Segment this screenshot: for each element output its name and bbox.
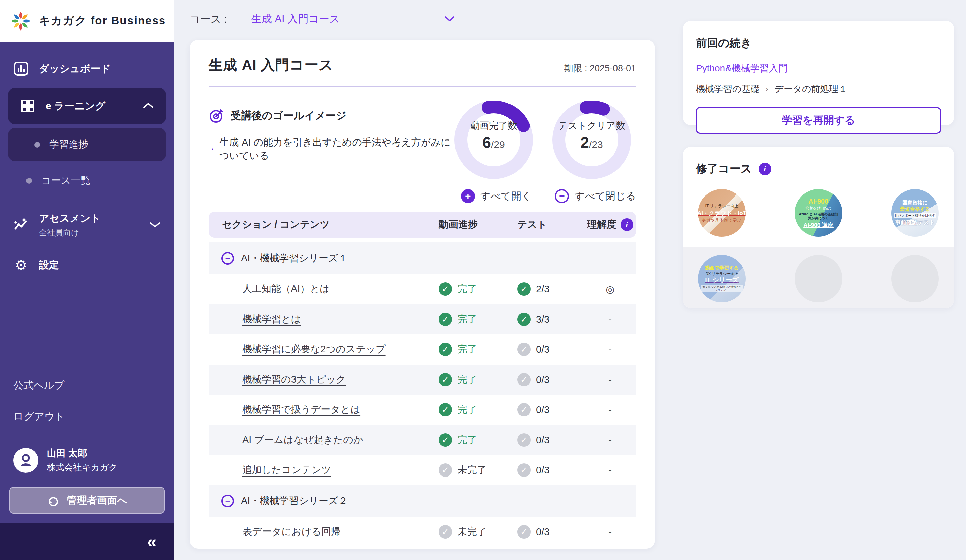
video-progress-cell: ✓完了 [439, 373, 517, 386]
completed-course-badge[interactable]: 国家資格に最短合格するITパスポート取得を目指す事前確認テスト [891, 189, 939, 237]
chevron-right-icon: › [766, 84, 769, 94]
badge-row-2: 動画で学習するDX リテラシー向上IT シリーズ第 3 章 システム開発と情報セ… [683, 247, 954, 308]
completed-courses-card: 修了コース i IT リテラシー向上AI・クラウド・IoT事例や具体例で学ぶAI… [683, 146, 954, 308]
sidebar-links: 公式ヘルプ ログアウト [0, 356, 174, 435]
collapse-all-button[interactable]: − すべて閉じる [555, 189, 636, 203]
badge-placeholder [891, 255, 939, 302]
sidebar-item-dashboard[interactable]: ダッシュボード [0, 52, 174, 85]
info-icon[interactable]: i [759, 163, 771, 176]
content-link[interactable]: 機械学習とは [242, 314, 301, 324]
check-circle-gray-icon: ✓ [439, 525, 452, 539]
content-link[interactable]: 追加したコンテンツ [242, 465, 331, 475]
sidebar-item-label: e ラーニング [46, 99, 133, 113]
check-circle-icon: ✓ [439, 373, 452, 386]
resume-learning-button[interactable]: 学習を再開する [696, 107, 941, 134]
sidebar-item-learning-progress[interactable]: 学習進捗 [8, 128, 166, 161]
understanding-cell: - [584, 526, 636, 537]
bar-chart-icon [13, 61, 29, 76]
column-header-section: セクション / コンテンツ [209, 218, 439, 232]
content-link[interactable]: 機械学習の3大トピック [242, 374, 346, 384]
test-cell: ✓0/3 [517, 343, 584, 356]
understanding-cell: - [584, 434, 636, 446]
video-progress-cell: ✓未完了 [439, 463, 517, 477]
logo-text: キカガク for Business [39, 13, 166, 28]
badge-text-line: 国家資格に [902, 200, 927, 206]
sidebar-group-elearning: e ラーニング [8, 87, 166, 125]
table-content-row: AI ブームはなぜ起きたのか✓完了✓0/3- [209, 425, 636, 455]
course-select[interactable]: 生成 AI 入門コース [240, 7, 461, 32]
bullet-dot-icon [34, 142, 40, 148]
continue-course-link[interactable]: Python&機械学習入門 [696, 62, 941, 75]
admin-screen-button[interactable]: 管理者画面へ [9, 487, 165, 514]
sidebar: キカガク for Business ダッシュボード e ラーニング 学習進捗 [0, 0, 174, 560]
help-link[interactable]: 公式ヘルプ [0, 370, 174, 401]
video-progress-label: 完了 [458, 282, 477, 296]
content-link[interactable]: 人工知能（AI）とは [242, 283, 330, 294]
course-header: 生成 AI 入門コース 期限 : 2025-08-01 [209, 56, 636, 74]
completed-course-badge[interactable]: IT リテラシー向上AI・クラウド・IoT事例や具体例で学ぶ [698, 189, 746, 237]
expand-all-button[interactable]: + すべて開く [461, 189, 532, 203]
sidebar-item-course-list[interactable]: コース一覧 [0, 164, 174, 197]
understanding-cell: - [584, 314, 636, 325]
video-progress-label: 完了 [458, 312, 477, 326]
video-progress-cell: ✓完了 [439, 312, 517, 326]
test-score-label: 0/3 [536, 465, 549, 476]
breadcrumb-content: データの前処理１ [774, 83, 848, 95]
bullet: ・ [209, 144, 216, 154]
badge-text-line: DX リテラシー向上 [706, 272, 738, 276]
check-circle-gray-icon: ✓ [517, 373, 531, 386]
badge-text-line: AI-900 講座 [803, 222, 833, 229]
user-row: 山田 太郎 株式会社キカガク [0, 435, 174, 485]
content-link[interactable]: 機械学習で扱うデータとは [242, 404, 360, 415]
sidebar-item-label: 設定 [39, 258, 59, 272]
sidebar-item-label: アセスメント 全社員向け [39, 212, 139, 238]
collapse-section-icon[interactable]: − [222, 494, 234, 507]
content-link[interactable]: 表データにおける回帰 [242, 526, 341, 537]
goal-and-progress-row: 受講後のゴールイメージ ・ 生成 AI の能力を引き出すための手法や考え方がみに… [209, 100, 636, 179]
table-content-row: 機械学習に必要な2つのステップ✓完了✓0/3- [209, 334, 636, 365]
sidebar-nav: ダッシュボード e ラーニング 学習進捗 コース一覧 [0, 42, 174, 356]
video-progress-label: 未完了 [458, 525, 487, 539]
trending-sparkle-icon [13, 217, 29, 233]
table-content-row: 人工知能（AI）とは✓完了✓2/3◎ [209, 274, 636, 304]
check-circle-icon: ✓ [439, 403, 452, 417]
completed-course-badge[interactable]: 動画で学習するDX リテラシー向上IT シリーズ第 3 章 システム開発と情報セ… [698, 255, 746, 302]
app: { "colors": { "sidebar": "#463B85", "sid… [0, 0, 966, 560]
sidebar-item-elearning[interactable]: e ラーニング [8, 87, 166, 125]
badge-text-line: IT シリーズ [705, 276, 739, 284]
breadcrumb: 機械学習の基礎 › データの前処理１ [696, 83, 941, 95]
collapse-sidebar-icon[interactable]: « [147, 533, 157, 550]
table-section-row: −AI・機械学習シリーズ２ [209, 485, 636, 517]
understanding-cell: - [584, 465, 636, 476]
badge-text-line: 最短合格する [900, 206, 930, 212]
section-title: AI・機械学習シリーズ２ [241, 494, 348, 508]
breadcrumb-section: 機械学習の基礎 [696, 83, 760, 95]
check-circle-icon: ✓ [439, 282, 452, 296]
target-goal-icon [209, 108, 225, 124]
test-cell: ✓0/3 [517, 463, 584, 477]
understanding-cell: - [584, 374, 636, 385]
kikagaku-logo-icon [9, 9, 33, 33]
check-circle-icon: ✓ [517, 282, 531, 296]
logout-link[interactable]: ログアウト [0, 401, 174, 432]
sidebar-item-settings[interactable]: ⚙ 設定 [0, 248, 174, 282]
course-progress-card: 生成 AI 入門コース 期限 : 2025-08-01 受講後のゴールイメージ … [189, 39, 655, 549]
completed-course-badge[interactable]: AI-900合格のためのAzure と AI 活用の基礎知識が身につくAI-90… [795, 189, 842, 237]
video-progress-label: 完了 [458, 403, 477, 417]
course-select-value: 生成 AI 入門コース [251, 12, 444, 26]
content-link[interactable]: AI ブームはなぜ起きたのか [242, 434, 363, 445]
sidebar-item-assessment[interactable]: アセスメント 全社員向け [0, 202, 174, 248]
continue-card-title: 前回の続き [696, 36, 941, 51]
badge-text-line: IT リテラシー向上 [705, 204, 739, 209]
info-icon[interactable]: i [621, 218, 633, 231]
test-cell: ✓0/3 [517, 403, 584, 417]
sidebar-subitem-label: 学習進捗 [49, 138, 88, 151]
collapse-section-icon[interactable]: − [222, 252, 234, 264]
video-progress-label: 完了 [458, 343, 477, 356]
badge-text-line: AI-900 [808, 197, 828, 205]
expand-collapse-controls: + すべて開く − すべて閉じる [209, 188, 636, 204]
sidebar-item-sublabel: 全社員向け [39, 227, 139, 238]
check-circle-gray-icon: ✓ [517, 433, 531, 447]
continue-card: 前回の続き Python&機械学習入門 機械学習の基礎 › データの前処理１ 学… [683, 21, 954, 125]
content-link[interactable]: 機械学習に必要な2つのステップ [242, 344, 386, 355]
